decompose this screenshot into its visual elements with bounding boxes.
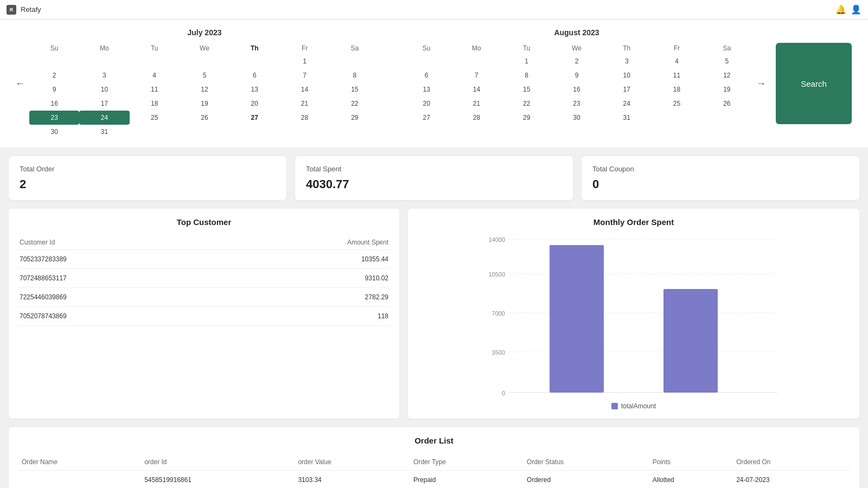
aug-th: Th [602,42,652,54]
aug-day[interactable]: 2 [552,54,602,68]
july-day[interactable]: 2 [29,68,79,82]
aug-day[interactable]: 26 [702,97,752,111]
july-day[interactable]: 3 [79,68,129,82]
aug-day[interactable]: 7 [451,68,501,82]
total-spent-label: Total Spent [306,165,562,173]
top-customer-title: Top Customer [17,217,391,227]
aug-day[interactable]: 18 [652,82,701,97]
table-row: 5458519916861 3103.34 Prepaid Ordered Al… [17,471,851,489]
aug-day[interactable]: 11 [652,68,701,82]
july-day[interactable]: 21 [279,97,329,111]
aug-day[interactable]: 4 [652,54,701,68]
aug-day[interactable]: 8 [502,68,552,82]
july-day[interactable] [130,54,180,68]
july-day[interactable]: 25 [130,111,180,125]
july-day[interactable]: 11 [130,82,180,97]
july-day[interactable]: 17 [79,97,129,111]
aug-day[interactable]: 15 [502,82,552,97]
aug-day[interactable] [451,54,501,68]
aug-day[interactable]: 10 [602,68,652,82]
july-week-1: 1 [29,54,380,68]
user-icon[interactable]: 👤 [851,4,861,15]
aug-day[interactable]: 9 [552,68,602,82]
aug-day[interactable]: 24 [602,97,652,111]
july-day[interactable]: 20 [229,97,279,111]
july-day[interactable]: 5 [180,68,229,82]
app-icon: R [7,5,16,15]
july-title: July 2023 [29,28,380,37]
july-day[interactable] [79,54,129,68]
july-day[interactable] [29,54,79,68]
july-day[interactable]: 14 [279,82,329,97]
order-name-cell [17,471,140,489]
july-day[interactable]: 18 [130,97,180,111]
july-day[interactable]: 31 [79,125,129,139]
july-day-24[interactable]: 24 [79,111,129,125]
aug-day[interactable]: 21 [451,97,501,111]
july-grid: Su Mo Tu We Th Fr Sa [29,42,380,139]
july-day[interactable]: 30 [29,125,79,139]
july-day[interactable] [330,54,380,68]
aug-day[interactable]: 30 [552,111,602,125]
july-day[interactable]: 12 [180,82,229,97]
july-day[interactable]: 6 [229,68,279,82]
aug-day[interactable]: 3 [602,54,652,68]
july-day[interactable]: 28 [279,111,329,125]
aug-day[interactable]: 22 [502,97,552,111]
aug-day[interactable] [652,111,701,125]
july-day[interactable] [180,54,229,68]
aug-day[interactable]: 20 [401,97,451,111]
aug-day[interactable]: 14 [451,82,501,97]
svg-text:0: 0 [502,390,505,396]
july-day[interactable]: 8 [330,68,380,82]
aug-day[interactable] [401,54,451,68]
aug-day[interactable]: 1 [502,54,552,68]
aug-day[interactable]: 23 [552,97,602,111]
aug-day[interactable]: 6 [401,68,451,82]
july-day[interactable]: 1 [279,54,329,68]
aug-day[interactable]: 29 [502,111,552,125]
aug-day[interactable]: 31 [602,111,652,125]
july-day[interactable]: 15 [330,82,380,97]
july-mo: Mo [79,42,129,54]
july-day[interactable] [130,125,180,139]
aug-day[interactable]: 13 [401,82,451,97]
july-day-27[interactable]: 27 [229,111,279,125]
aug-day[interactable] [702,111,752,125]
july-day[interactable]: 10 [79,82,129,97]
prev-month-button[interactable]: ← [11,76,29,92]
july-day[interactable] [229,54,279,68]
aug-day[interactable]: 27 [401,111,451,125]
titlebar: R Retafy 🔔 👤 [0,0,868,20]
july-day[interactable]: 29 [330,111,380,125]
aug-day[interactable]: 19 [702,82,752,97]
july-day[interactable]: 7 [279,68,329,82]
july-day[interactable] [229,125,279,139]
aug-day[interactable]: 5 [702,54,752,68]
bell-icon[interactable]: 🔔 [835,4,846,15]
july-day[interactable]: 26 [180,111,229,125]
aug-day[interactable]: 16 [552,82,602,97]
july-day[interactable] [180,125,229,139]
july-sa: Sa [330,42,380,54]
july-day[interactable]: 19 [180,97,229,111]
legend-dot [611,403,618,409]
july-day[interactable]: 4 [130,68,180,82]
july-day[interactable]: 9 [29,82,79,97]
aug-day[interactable]: 28 [451,111,501,125]
customer-table: Customer Id Amount Spent 7052337283389 1… [17,235,391,326]
amount-spent-cell: 2782.29 [215,288,391,307]
next-month-button[interactable]: → [752,76,770,92]
aug-day[interactable]: 25 [652,97,701,111]
aug-day[interactable]: 12 [702,68,752,82]
july-day-23[interactable]: 23 [29,111,79,125]
aug-day[interactable]: 17 [602,82,652,97]
july-day[interactable]: 16 [29,97,79,111]
search-button[interactable]: Search [776,43,852,124]
july-day[interactable] [279,125,329,139]
july-day[interactable]: 13 [229,82,279,97]
july-day[interactable] [330,125,380,139]
total-coupon-value: 0 [592,177,848,191]
july-day[interactable]: 22 [330,97,380,111]
titlebar-right: 🔔 👤 [835,4,861,15]
